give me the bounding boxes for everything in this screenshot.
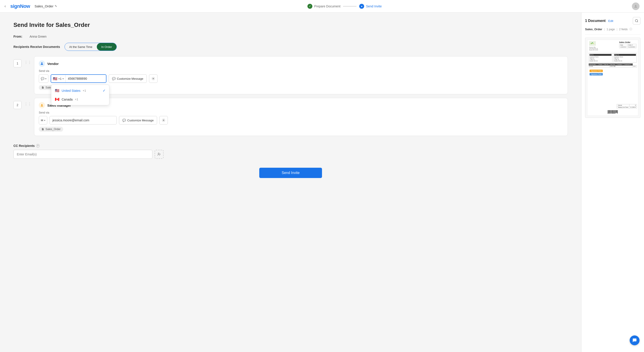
preview-bottom: Subtotal $ Shipping Cost /Taxes $ 1,350.…: [587, 103, 638, 115]
svg-point-2: [153, 78, 154, 79]
step-prepare-document: ✓ Prepare Document: [308, 4, 340, 9]
sidebar-edit-link[interactable]: Edit: [608, 19, 613, 23]
cc-add-button[interactable]: [154, 150, 164, 159]
preview-sales-order-title: Sales Order Date Order # 1/26/2014 SLS00…: [619, 41, 636, 48]
step-send-invite: ● Send Invite: [359, 4, 382, 9]
vendor-channel-select[interactable]: 💬 ▾: [39, 74, 48, 83]
from-value: Anna Green: [30, 35, 46, 38]
vendor-settings-button[interactable]: [149, 74, 158, 83]
sales-manager-settings-button[interactable]: [159, 116, 168, 124]
country-dropdown: 🇺🇸 United States +1 ✓ 🇨🇦 Canada +1: [51, 85, 109, 105]
sales-manager-email-input[interactable]: [50, 116, 117, 124]
from-label: From:: [14, 35, 27, 38]
svg-line-9: [637, 21, 638, 22]
sidebar-doc-info: Sales_Order | 1 page | 2 fields ⓘ: [585, 27, 640, 34]
vendor-customize-message-button[interactable]: 💬 Customize Message: [109, 74, 147, 83]
country-option-canada[interactable]: 🇨🇦 Canada +1: [51, 95, 109, 104]
vendor-role-label: Vendor: [47, 62, 59, 66]
vendor-customize-label: Customize Message: [117, 77, 144, 80]
cc-email-input[interactable]: [14, 150, 152, 159]
email-channel-icon: ✉: [41, 119, 43, 122]
country-option-us[interactable]: 🇺🇸 United States +1 ✓: [51, 86, 109, 95]
preview-totals: Subtotal $ Shipping Cost /Taxes $ 1,350.…: [589, 104, 637, 108]
sales-manager-customize-label: Customize Message: [127, 119, 154, 122]
sales-manager-doc-chip-label: Sales_Order: [46, 128, 60, 131]
canada-flag-option: 🇨🇦: [55, 97, 60, 101]
sidebar-search-button[interactable]: [633, 17, 640, 25]
recipients-label: Recipients Receive Documents: [14, 45, 60, 48]
sales-manager-send-via-label: Send via: [39, 111, 563, 114]
top-nav: ‹ signNow Sales_Order ✎ ✓ Prepare Docume…: [0, 0, 644, 12]
recipients-section: 1 ⋮⋮ Vendor Send via: [14, 56, 568, 136]
document-preview-inner: Harrison Mfg1234 Business StSeattle WA 1…: [587, 40, 638, 116]
sales-manager-customize-message-button[interactable]: 💬 Customize Message: [119, 116, 157, 124]
svg-point-5: [158, 153, 159, 154]
customize-chat-icon-2: 💬: [122, 119, 126, 122]
svg-point-11: [592, 42, 593, 43]
vendor-header: Vendor: [39, 60, 563, 67]
us-flag-option: 🇺🇸: [55, 88, 60, 93]
sidebar-header: 1 Document Edit: [585, 17, 640, 25]
fields-info-icon[interactable]: ⓘ: [630, 27, 632, 31]
customize-chat-icon: 💬: [112, 77, 116, 80]
phone-number-input[interactable]: [66, 77, 106, 80]
svg-point-4: [163, 120, 164, 121]
preview-barcode: [589, 109, 637, 115]
preview-table-section: Payment Me... Project Ship Via Ship Date…: [587, 63, 638, 67]
recipient-number-2: 2: [14, 101, 22, 109]
recipient-card-vendor: Vendor Send via 💬 ▾ 🇺🇸 +: [34, 56, 568, 94]
progress-steps: ✓ Prepare Document ● Send Invite: [62, 4, 628, 9]
sig-field-2: Signature Field: [590, 73, 603, 75]
back-button[interactable]: ‹: [4, 4, 6, 8]
user-avatar[interactable]: [632, 2, 640, 10]
country-chevron: ▾: [62, 77, 64, 80]
svg-point-8: [635, 19, 638, 22]
country-code-display: +1: [58, 77, 62, 80]
content-area: Send Invite for Sales_Order From: Anna G…: [0, 12, 581, 352]
sales-manager-doc-chip: Sales_Order: [39, 127, 63, 132]
step2-label: Send Invite: [366, 4, 382, 8]
svg-point-0: [635, 5, 636, 6]
svg-point-12: [593, 43, 594, 44]
receive-toggle-group: At the Same Time In Order: [64, 43, 117, 51]
preview-logo-area: Harrison Mfg1234 Business StSeattle WA 1…: [589, 41, 598, 51]
toggle-same-time-button[interactable]: At the Same Time: [65, 43, 97, 51]
right-sidebar: 1 Document Edit Sales_Order | 1 page | 2…: [581, 12, 644, 352]
send-invite-button[interactable]: Send Invite: [259, 168, 322, 178]
sales-manager-send-via-row: ✉ ▾ 💬 Customize Message: [39, 116, 563, 124]
cc-section: CC Recipients ?: [14, 144, 568, 159]
sales-manager-header: Sales manager: [39, 102, 563, 108]
preview-address-section: Bill To Customer NameTAR CO1 ABC StSeatt…: [587, 52, 638, 63]
cc-help-icon[interactable]: ?: [36, 144, 40, 148]
sidebar-doc-pages: 1 page: [606, 28, 615, 31]
step1-label: Prepare Document: [314, 4, 340, 8]
edit-doc-title-icon[interactable]: ✎: [55, 4, 57, 8]
drag-handle-2[interactable]: ⋮⋮: [24, 102, 31, 106]
sales-manager-channel-select[interactable]: ✉ ▾: [39, 116, 47, 124]
page-title: Send Invite for Sales_Order: [14, 21, 568, 28]
vendor-send-via-row: 💬 ▾ 🇺🇸 +1 ▾: [39, 74, 563, 83]
recipients-receive-row: Recipients Receive Documents At the Same…: [14, 43, 568, 51]
preview-header: Harrison Mfg1234 Business StSeattle WA 1…: [587, 40, 638, 52]
sidebar-doc-name: Sales_Order: [585, 27, 602, 31]
svg-point-10: [591, 43, 592, 44]
canada-country-code: +1: [75, 98, 78, 101]
document-title: Sales_Order ✎: [34, 4, 57, 8]
us-country-name: United States: [62, 89, 80, 92]
channel-chevron-2: ▾: [44, 119, 45, 122]
drag-handle-1[interactable]: ⋮⋮: [24, 60, 31, 64]
step-connector: [343, 6, 356, 6]
recipient-row-1: 1 ⋮⋮ Vendor Send via: [14, 56, 568, 94]
recipient-card-sales-manager: Sales manager Send via ✉ ▾ 💬 Customize M…: [34, 98, 568, 136]
us-selected-check: ✓: [103, 88, 106, 93]
document-preview: Harrison Mfg1234 Business StSeattle WA 1…: [585, 38, 640, 118]
country-flag-select[interactable]: 🇺🇸 +1 ▾: [51, 75, 66, 82]
app-logo: signNow: [10, 3, 30, 9]
toggle-in-order-button[interactable]: In Order: [97, 43, 116, 51]
vendor-role-icon: [39, 60, 45, 67]
recipient-number-1: 1: [14, 59, 22, 67]
step2-active-icon: ●: [359, 4, 364, 9]
chat-support-button[interactable]: [630, 336, 640, 345]
us-country-code: +1: [83, 89, 86, 92]
sidebar-doc-count: 1 Document: [585, 19, 606, 23]
